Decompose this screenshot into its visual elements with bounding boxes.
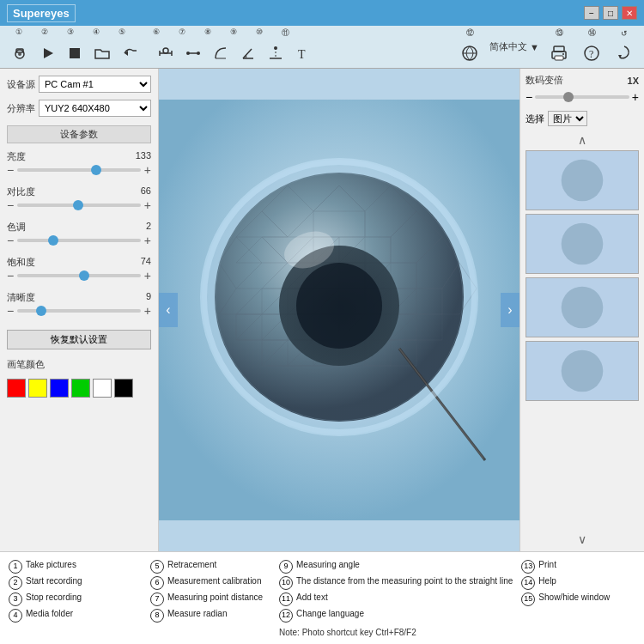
refresh-button[interactable] (611, 39, 637, 65)
zoom-track[interactable] (535, 95, 629, 99)
take-pictures-button[interactable] (7, 40, 33, 66)
legend-num-4: 4 (9, 609, 22, 623)
sharpness-minus[interactable]: − (7, 304, 14, 318)
brightness-row: 亮度 133 − + (7, 150, 151, 177)
reset-defaults-button[interactable]: 恢复默认设置 (7, 330, 151, 349)
color-swatches (7, 379, 151, 398)
start-recording-button[interactable] (34, 40, 60, 66)
title-bar-controls: − □ ✕ (584, 6, 637, 20)
brightness-track[interactable] (17, 168, 141, 172)
zoom-slider-row: − + (526, 90, 639, 104)
resolution-select[interactable]: YUY2 640X480 (39, 100, 151, 117)
maximize-button[interactable]: □ (603, 6, 618, 20)
hue-thumb[interactable] (48, 235, 58, 246)
thumbnail-3[interactable] (526, 277, 639, 337)
thumbnail-4[interactable] (526, 341, 639, 401)
media-folder-button[interactable] (89, 40, 115, 66)
color-white[interactable] (93, 379, 112, 398)
legend-item-11: 11 Add text (279, 592, 513, 606)
print-button[interactable] (546, 40, 572, 66)
change-language-button[interactable] (457, 40, 483, 66)
contrast-label: 对比度 (7, 185, 35, 198)
sharpness-track[interactable] (17, 309, 141, 313)
svg-rect-22 (554, 46, 564, 52)
close-button[interactable]: ✕ (622, 6, 637, 20)
pen-color-label: 画笔颜色 (7, 358, 151, 371)
hue-track[interactable] (17, 239, 141, 242)
legend-item-5: 5 Retracement (150, 559, 270, 574)
camera-nav-right[interactable]: › (501, 293, 519, 327)
brightness-plus[interactable]: + (144, 163, 151, 177)
language-selector[interactable]: 简体中文 ▼ (489, 40, 539, 53)
resolution-row: 分辨率 YUY2 640X480 (7, 100, 151, 117)
svg-point-87 (562, 350, 604, 392)
measuring-point-distance-button[interactable] (180, 40, 206, 66)
saturation-thumb[interactable] (79, 270, 89, 281)
sharpness-value: 9 (146, 291, 151, 304)
title-bar-left: Supereyes (7, 4, 76, 22)
device-params-title: 设备参数 (7, 125, 151, 143)
legend-num-6: 6 (150, 576, 164, 590)
color-yellow[interactable] (28, 379, 47, 398)
distance-to-line-button[interactable] (263, 40, 289, 66)
thumbnail-nav-down[interactable]: ∨ (526, 532, 639, 546)
saturation-track[interactable] (17, 274, 141, 277)
thumbnail-nav-up[interactable]: ∧ (526, 133, 639, 147)
color-green[interactable] (71, 379, 90, 398)
color-red[interactable] (7, 379, 26, 398)
hue-minus[interactable]: − (7, 234, 14, 247)
thumbnail-grid (526, 150, 639, 529)
brightness-value: 133 (136, 150, 151, 163)
measure-radian-button[interactable] (208, 40, 234, 66)
color-black[interactable] (114, 379, 133, 398)
saturation-label: 饱和度 (7, 256, 35, 269)
svg-rect-4 (70, 48, 80, 58)
legend-item-4: 4 Media folder (9, 608, 142, 623)
svg-point-12 (197, 52, 200, 55)
thumbnail-1[interactable] (526, 150, 639, 210)
bottom-legend: 1 Take pictures 2 Start recording 3 Stop… (0, 551, 644, 644)
legend-num-8: 8 (150, 609, 164, 623)
svg-line-15 (243, 49, 252, 58)
legend-num-2: 2 (9, 576, 22, 590)
saturation-value: 74 (141, 256, 151, 269)
camera-nav-left[interactable]: ‹ (159, 293, 178, 327)
measurement-calibration-button[interactable] (153, 40, 179, 66)
thumbnail-2[interactable] (526, 214, 639, 274)
zoom-plus[interactable]: + (632, 90, 639, 104)
contrast-plus[interactable]: + (144, 198, 151, 212)
measuring-angle-button[interactable] (235, 40, 261, 66)
brightness-thumb[interactable] (91, 165, 101, 175)
add-text-button[interactable]: T (290, 40, 316, 66)
stop-recording-button[interactable] (62, 40, 88, 66)
sharpness-plus[interactable]: + (144, 304, 151, 318)
zoom-thumb[interactable] (563, 92, 574, 102)
help-button[interactable]: ? (579, 40, 605, 66)
zoom-minus[interactable]: − (526, 90, 532, 104)
contrast-minus[interactable]: − (7, 198, 14, 212)
legend-num-14: 14 (521, 576, 535, 590)
legend-item-6: 6 Measurement calibration (150, 575, 270, 590)
retracement-button[interactable] (117, 40, 143, 66)
svg-point-25 (562, 53, 564, 55)
hue-plus[interactable]: + (144, 234, 151, 247)
select-label: 选择 (526, 112, 544, 125)
device-source-select[interactable]: PC Cam #1 (39, 76, 151, 93)
contrast-thumb[interactable] (73, 200, 83, 210)
contrast-row: 对比度 66 − + (7, 185, 151, 212)
color-blue[interactable] (50, 379, 69, 398)
gallery-dropdown[interactable]: 图片 (548, 111, 587, 126)
saturation-plus[interactable]: + (144, 269, 151, 283)
legend-num-11: 11 (279, 592, 293, 606)
saturation-minus[interactable]: − (7, 269, 14, 283)
legend-item-9: 9 Measuring angle (279, 559, 513, 574)
brightness-minus[interactable]: − (7, 163, 14, 177)
sharpness-thumb[interactable] (36, 306, 46, 316)
svg-point-85 (562, 287, 604, 329)
contrast-track[interactable] (17, 204, 141, 207)
legend-num-9: 9 (279, 560, 293, 574)
resolution-label: 分辨率 (7, 102, 35, 115)
svg-point-11 (186, 52, 190, 55)
svg-point-2 (18, 52, 21, 56)
minimize-button[interactable]: − (584, 6, 599, 20)
